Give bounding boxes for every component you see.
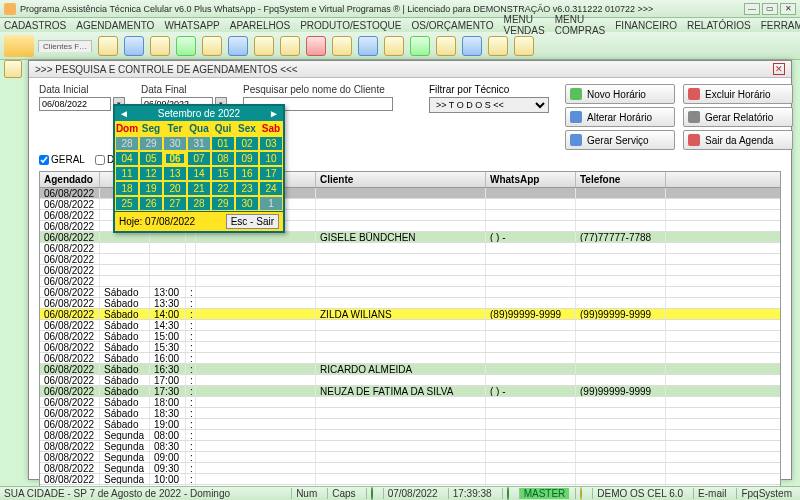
calendar-day[interactable]: 20 [164,182,186,195]
menu-aparelhos[interactable]: APARELHOS [230,20,290,31]
table-row[interactable]: 06/08/2022Sábado17:30:NEUZA DE FATIMA DA… [40,386,780,397]
table-row[interactable]: 06/08/2022 [40,254,780,265]
table-row[interactable]: 08/08/2022Segunda08:00: [40,430,780,441]
table-row[interactable]: 06/08/2022Sábado15:00: [40,331,780,342]
chk-geral[interactable]: GERAL [39,154,85,165]
table-row[interactable]: 06/08/2022 [40,276,780,287]
table-row[interactable]: 06/08/2022Sábado15:30: [40,342,780,353]
col-agendado[interactable]: Agendado [40,172,100,187]
side-icon-1[interactable] [4,60,22,78]
calendar-day[interactable]: 04 [116,152,138,165]
table-row[interactable]: 06/08/2022Sábado13:30: [40,298,780,309]
table-row[interactable]: 06/08/2022Sábado17:00: [40,375,780,386]
calendar-day[interactable]: 30 [236,197,258,210]
calendar-day[interactable]: 25 [116,197,138,210]
gerar-servico-button[interactable]: Gerar Serviço [565,130,675,150]
toolbar-btn-7[interactable] [254,36,274,56]
calendar-day[interactable]: 14 [188,167,210,180]
toolbar-btn-3[interactable] [150,36,170,56]
col-whatsapp[interactable]: WhatsApp [486,172,576,187]
table-body[interactable]: 06/08/202206/08/202206/08/202206/08/2022… [40,188,780,500]
calendar-day[interactable]: 02 [236,137,258,150]
table-row[interactable]: 06/08/2022Sábado14:30: [40,320,780,331]
status-email[interactable]: E-mail [693,488,730,499]
novo-horario-button[interactable]: Novo Horário [565,84,675,104]
calendar-day[interactable]: 05 [140,152,162,165]
calendar-day[interactable]: 17 [260,167,282,180]
calendar-day[interactable]: 22 [212,182,234,195]
menu-whatsapp[interactable]: WHATSAPP [164,20,219,31]
table-row[interactable]: 08/08/2022Segunda08:30: [40,441,780,452]
calendar-day[interactable]: 24 [260,182,282,195]
table-row[interactable]: 06/08/2022 [40,265,780,276]
col-cliente[interactable]: Cliente [316,172,486,187]
toolbar-btn-13[interactable] [410,36,430,56]
col-telefone[interactable]: Telefone [576,172,666,187]
table-row[interactable]: 06/08/2022Sábado19:00: [40,419,780,430]
calendar-day[interactable]: 27 [164,197,186,210]
table-row[interactable]: 06/08/2022 [40,243,780,254]
calendar-day[interactable]: 26 [140,197,162,210]
menu-cadastros[interactable]: CADASTROS [4,20,66,31]
calendar-day[interactable]: 23 [236,182,258,195]
table-row[interactable]: 08/08/2022Segunda10:00: [40,474,780,485]
calendar-day[interactable]: 10 [260,152,282,165]
calendar-day[interactable]: 15 [212,167,234,180]
window-minimize-button[interactable]: — [744,3,760,15]
calendar-next-button[interactable]: ► [269,108,279,119]
calendar-day[interactable]: 28 [116,137,138,150]
calendar-day[interactable]: 06 [164,152,186,165]
calendar-day[interactable]: 30 [164,137,186,150]
sair-agenda-button[interactable]: Sair da Agenda [683,130,793,150]
menu-menu compras[interactable]: MENU COMPRAS [555,14,606,36]
calendar-esc-button[interactable]: Esc - Sair [226,214,279,229]
menu-agendamento[interactable]: AGENDAMENTO [76,20,154,31]
calendar-day[interactable]: 28 [188,197,210,210]
toolbar-btn-15[interactable] [462,36,482,56]
tab-clientes[interactable]: Clientes F… [38,40,92,52]
calendar-day[interactable]: 09 [236,152,258,165]
alterar-horario-button[interactable]: Alterar Horário [565,107,675,127]
calendar-day[interactable]: 18 [116,182,138,195]
excluir-horario-button[interactable]: Excluir Horário [683,84,793,104]
table-row[interactable]: 06/08/2022Sábado16:00: [40,353,780,364]
calendar-day[interactable]: 13 [164,167,186,180]
workspace-close-button[interactable]: ✕ [773,63,785,75]
menu-financeiro[interactable]: FINANCEIRO [615,20,677,31]
table-row[interactable]: 08/08/2022Segunda09:30: [40,463,780,474]
toolbar-btn-17[interactable] [514,36,534,56]
calendar-day[interactable]: 16 [236,167,258,180]
table-row[interactable]: 06/08/2022Sábado18:00: [40,397,780,408]
calendar-day[interactable]: 19 [140,182,162,195]
gerar-relatorio-button[interactable]: Gerar Relatório [683,107,793,127]
table-row[interactable]: 06/08/2022Sábado13:00: [40,287,780,298]
calendar-day[interactable]: 21 [188,182,210,195]
calendar-day[interactable]: 03 [260,137,282,150]
chk-geral-input[interactable] [39,155,49,165]
toolbar-btn-2[interactable] [124,36,144,56]
calendar-day[interactable]: 11 [116,167,138,180]
window-close-button[interactable]: ✕ [780,3,796,15]
table-row[interactable]: 06/08/2022GISELE BÜNDCHEN( ) -(77)77777-… [40,232,780,243]
toolbar-btn-4[interactable] [176,36,196,56]
calendar-day[interactable]: 1 [260,197,282,210]
chk-dispor-input[interactable] [95,155,105,165]
menu-produto/estoque[interactable]: PRODUTO/ESTOQUE [300,20,401,31]
toolbar-btn-10[interactable] [332,36,352,56]
menu-ferramentas[interactable]: FERRAMENTAS [761,20,800,31]
toolbar-btn-6[interactable] [228,36,248,56]
toolbar-btn-12[interactable] [384,36,404,56]
toolbar-btn-8[interactable] [280,36,300,56]
calendar-prev-button[interactable]: ◄ [119,108,129,119]
table-row[interactable]: 06/08/2022Sábado18:30: [40,408,780,419]
toolbar-btn-9[interactable] [306,36,326,56]
calendar-day[interactable]: 01 [212,137,234,150]
status-fpq[interactable]: FpqSystem [736,488,796,499]
calendar-day[interactable]: 12 [140,167,162,180]
calendar-day[interactable]: 07 [188,152,210,165]
window-maximize-button[interactable]: ▭ [762,3,778,15]
people-icon[interactable] [4,35,34,57]
filter-tecnico-select[interactable]: >> T O D O S << [429,97,549,113]
calendar-day[interactable]: 08 [212,152,234,165]
toolbar-btn-14[interactable] [436,36,456,56]
